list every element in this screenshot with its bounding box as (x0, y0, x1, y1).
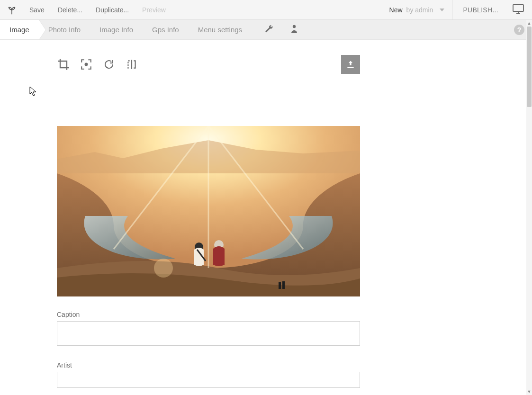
topbar: Save Delete... Duplicate... Preview New … (0, 0, 532, 20)
svg-point-1 (293, 25, 296, 28)
flip-icon[interactable] (125, 58, 138, 71)
status-new-label: New (389, 6, 403, 14)
status-dropdown[interactable]: New by admin (389, 6, 452, 14)
tabstrip-tool-icons (265, 20, 298, 39)
caption-input[interactable] (57, 321, 360, 346)
rotate-icon[interactable] (102, 58, 116, 71)
artist-label: Artist (57, 361, 360, 369)
scroll-up-icon[interactable]: ▲ (526, 20, 532, 27)
help-icon: ? (514, 25, 524, 35)
help-button[interactable]: ? (514, 20, 524, 39)
svg-rect-10 (279, 282, 281, 289)
save-button[interactable]: Save (29, 6, 45, 14)
image-edit-toolbar (57, 55, 360, 74)
artist-field: Artist (57, 361, 360, 388)
user-icon[interactable] (290, 25, 298, 35)
publish-button[interactable]: PUBLISH... (452, 6, 509, 14)
scroll-thumb[interactable] (527, 27, 532, 107)
wrench-icon[interactable] (265, 25, 273, 35)
desktop-preview-icon[interactable] (509, 4, 532, 16)
svg-rect-0 (513, 5, 523, 11)
tab-label: Photo Info (48, 26, 81, 34)
svg-point-2 (85, 63, 88, 66)
scroll-down-icon[interactable]: ▼ (526, 388, 532, 395)
tab-label: Gps Info (152, 26, 179, 34)
duplicate-button[interactable]: Duplicate... (96, 6, 129, 14)
tab-gps-info[interactable]: Gps Info (143, 20, 189, 39)
tab-label: Image Info (99, 26, 133, 34)
tab-label: Image (9, 26, 29, 34)
tabstrip: Image Photo Info Image Info Gps Info Men… (0, 20, 532, 40)
vertical-scrollbar[interactable]: ▲ ▼ (526, 20, 532, 395)
crop-icon[interactable] (57, 58, 70, 71)
tab-image[interactable]: Image (0, 20, 39, 39)
tab-menu-settings[interactable]: Menu settings (189, 20, 252, 39)
content-scroll[interactable]: Caption Artist (0, 40, 526, 395)
caption-field: Caption (57, 311, 360, 347)
status-author: by admin (406, 6, 433, 14)
tab-label: Menu settings (198, 26, 242, 34)
svg-point-12 (154, 259, 173, 278)
image-preview[interactable] (57, 126, 360, 296)
tab-image-info[interactable]: Image Info (90, 20, 143, 39)
artist-input[interactable] (57, 372, 360, 388)
svg-rect-11 (282, 281, 285, 289)
topbar-actions: Save Delete... Duplicate... Preview (29, 6, 166, 14)
topbar-right: New by admin PUBLISH... (389, 0, 532, 19)
caption-label: Caption (57, 311, 360, 318)
content: Caption Artist (0, 40, 360, 388)
focus-point-icon[interactable] (80, 58, 93, 71)
chevron-down-icon (440, 9, 444, 11)
app-logo-icon[interactable] (7, 5, 17, 15)
upload-button[interactable] (341, 55, 360, 74)
svg-rect-3 (347, 67, 353, 68)
preview-button: Preview (142, 6, 166, 14)
tab-photo-info[interactable]: Photo Info (39, 20, 90, 39)
delete-button[interactable]: Delete... (58, 6, 82, 14)
